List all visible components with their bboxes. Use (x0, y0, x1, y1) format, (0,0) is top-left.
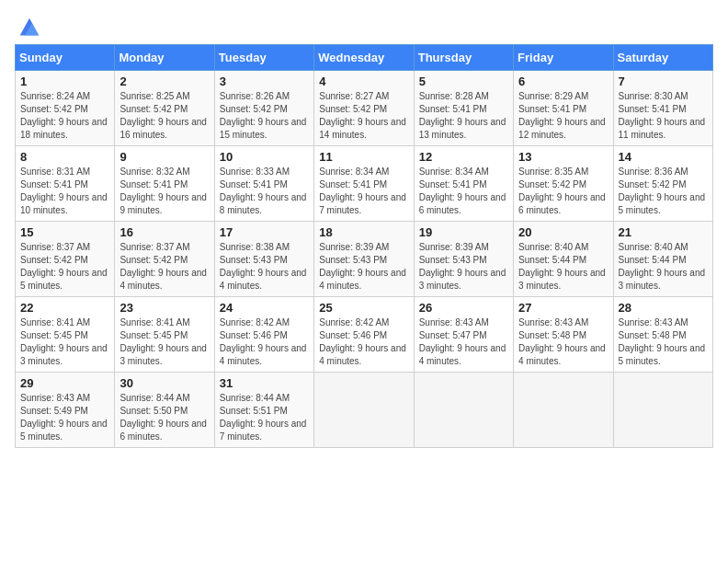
calendar-cell: 23 Sunrise: 8:41 AM Sunset: 5:45 PM Dayl… (115, 297, 214, 373)
calendar-cell: 5 Sunrise: 8:28 AM Sunset: 5:41 PM Dayli… (414, 71, 513, 146)
cell-info: Sunrise: 8:37 AM Sunset: 5:42 PM Dayligh… (119, 241, 209, 293)
cell-info: Sunrise: 8:44 AM Sunset: 5:50 PM Dayligh… (119, 392, 209, 443)
calendar-cell: 31 Sunrise: 8:44 AM Sunset: 5:51 PM Dayl… (214, 373, 313, 448)
calendar-cell: 13 Sunrise: 8:35 AM Sunset: 5:42 PM Dayl… (514, 146, 613, 222)
day-number: 14 (619, 150, 708, 164)
cell-info: Sunrise: 8:34 AM Sunset: 5:41 PM Dayligh… (419, 166, 508, 217)
day-number: 18 (319, 225, 408, 239)
cell-info: Sunrise: 8:44 AM Sunset: 5:51 PM Dayligh… (220, 392, 309, 443)
day-number: 9 (119, 150, 209, 164)
cell-info: Sunrise: 8:24 AM Sunset: 5:42 PM Dayligh… (20, 90, 109, 142)
cell-info: Sunrise: 8:34 AM Sunset: 5:41 PM Dayligh… (319, 166, 408, 217)
day-number: 29 (20, 376, 109, 390)
cell-info: Sunrise: 8:25 AM Sunset: 5:42 PM Dayligh… (119, 90, 209, 142)
calendar-cell: 22 Sunrise: 8:41 AM Sunset: 5:45 PM Dayl… (16, 297, 115, 373)
day-number: 8 (20, 150, 109, 164)
cell-info: Sunrise: 8:29 AM Sunset: 5:41 PM Dayligh… (518, 90, 608, 142)
cell-info: Sunrise: 8:41 AM Sunset: 5:45 PM Dayligh… (20, 316, 109, 368)
calendar-cell: 12 Sunrise: 8:34 AM Sunset: 5:41 PM Dayl… (414, 146, 513, 222)
cell-info: Sunrise: 8:40 AM Sunset: 5:44 PM Dayligh… (619, 241, 708, 293)
calendar-cell: 29 Sunrise: 8:43 AM Sunset: 5:49 PM Dayl… (16, 373, 115, 448)
calendar-cell: 28 Sunrise: 8:43 AM Sunset: 5:48 PM Dayl… (613, 297, 712, 373)
cell-info: Sunrise: 8:32 AM Sunset: 5:41 PM Dayligh… (119, 166, 209, 217)
calendar-cell: 15 Sunrise: 8:37 AM Sunset: 5:42 PM Dayl… (16, 222, 115, 297)
calendar-cell: 3 Sunrise: 8:26 AM Sunset: 5:42 PM Dayli… (214, 71, 313, 146)
weekday-header-tuesday: Tuesday (214, 45, 313, 71)
calendar-cell (514, 373, 613, 448)
day-number: 5 (419, 75, 508, 88)
cell-info: Sunrise: 8:43 AM Sunset: 5:49 PM Dayligh… (20, 392, 109, 443)
day-number: 31 (220, 376, 309, 390)
week-row-1: 1 Sunrise: 8:24 AM Sunset: 5:42 PM Dayli… (16, 71, 713, 146)
weekday-header-friday: Friday (514, 45, 613, 71)
week-row-2: 8 Sunrise: 8:31 AM Sunset: 5:41 PM Dayli… (16, 146, 713, 222)
cell-info: Sunrise: 8:40 AM Sunset: 5:44 PM Dayligh… (518, 241, 608, 293)
day-number: 25 (319, 301, 408, 315)
calendar-cell: 26 Sunrise: 8:43 AM Sunset: 5:47 PM Dayl… (414, 297, 513, 373)
weekday-header-row: SundayMondayTuesdayWednesdayThursdayFrid… (16, 45, 713, 71)
calendar-cell: 16 Sunrise: 8:37 AM Sunset: 5:42 PM Dayl… (115, 222, 214, 297)
cell-info: Sunrise: 8:43 AM Sunset: 5:48 PM Dayligh… (619, 316, 708, 368)
calendar-cell: 25 Sunrise: 8:42 AM Sunset: 5:46 PM Dayl… (314, 297, 414, 373)
calendar-cell: 14 Sunrise: 8:36 AM Sunset: 5:42 PM Dayl… (613, 146, 712, 222)
calendar-cell: 7 Sunrise: 8:30 AM Sunset: 5:41 PM Dayli… (613, 71, 712, 146)
calendar-cell: 21 Sunrise: 8:40 AM Sunset: 5:44 PM Dayl… (613, 222, 712, 297)
cell-info: Sunrise: 8:42 AM Sunset: 5:46 PM Dayligh… (319, 316, 408, 368)
weekday-header-sunday: Sunday (16, 45, 115, 71)
calendar-table: SundayMondayTuesdayWednesdayThursdayFrid… (15, 44, 713, 448)
week-row-4: 22 Sunrise: 8:41 AM Sunset: 5:45 PM Dayl… (16, 297, 713, 373)
day-number: 27 (518, 301, 608, 315)
day-number: 11 (319, 150, 408, 164)
cell-info: Sunrise: 8:39 AM Sunset: 5:43 PM Dayligh… (319, 241, 408, 293)
cell-info: Sunrise: 8:41 AM Sunset: 5:45 PM Dayligh… (119, 316, 209, 368)
day-number: 3 (220, 75, 309, 88)
day-number: 16 (119, 225, 209, 239)
calendar-cell: 6 Sunrise: 8:29 AM Sunset: 5:41 PM Dayli… (514, 71, 613, 146)
day-number: 6 (518, 75, 608, 88)
cell-info: Sunrise: 8:43 AM Sunset: 5:47 PM Dayligh… (419, 316, 508, 368)
calendar-cell: 24 Sunrise: 8:42 AM Sunset: 5:46 PM Dayl… (214, 297, 313, 373)
day-number: 21 (619, 225, 708, 239)
calendar-cell: 17 Sunrise: 8:38 AM Sunset: 5:43 PM Dayl… (214, 222, 313, 297)
cell-info: Sunrise: 8:36 AM Sunset: 5:42 PM Dayligh… (619, 166, 708, 217)
logo-icon (17, 15, 42, 40)
cell-info: Sunrise: 8:39 AM Sunset: 5:43 PM Dayligh… (419, 241, 508, 293)
day-number: 22 (20, 301, 109, 315)
day-number: 7 (619, 75, 708, 88)
calendar-cell (414, 373, 513, 448)
day-number: 26 (419, 301, 508, 315)
day-number: 28 (619, 301, 708, 315)
day-number: 10 (220, 150, 309, 164)
calendar-cell: 4 Sunrise: 8:27 AM Sunset: 5:42 PM Dayli… (314, 71, 414, 146)
day-number: 19 (419, 225, 508, 239)
weekday-header-saturday: Saturday (613, 45, 712, 71)
calendar-cell: 10 Sunrise: 8:33 AM Sunset: 5:41 PM Dayl… (214, 146, 313, 222)
calendar-cell: 30 Sunrise: 8:44 AM Sunset: 5:50 PM Dayl… (115, 373, 214, 448)
weekday-header-wednesday: Wednesday (314, 45, 414, 71)
day-number: 4 (319, 75, 408, 88)
day-number: 12 (419, 150, 508, 164)
cell-info: Sunrise: 8:37 AM Sunset: 5:42 PM Dayligh… (20, 241, 109, 293)
cell-info: Sunrise: 8:33 AM Sunset: 5:41 PM Dayligh… (220, 166, 309, 217)
cell-info: Sunrise: 8:26 AM Sunset: 5:42 PM Dayligh… (220, 90, 309, 142)
day-number: 20 (518, 225, 608, 239)
day-number: 30 (119, 376, 209, 390)
calendar-cell: 18 Sunrise: 8:39 AM Sunset: 5:43 PM Dayl… (314, 222, 414, 297)
day-number: 13 (518, 150, 608, 164)
calendar-cell: 2 Sunrise: 8:25 AM Sunset: 5:42 PM Dayli… (115, 71, 214, 146)
calendar-cell (314, 373, 414, 448)
day-number: 2 (119, 75, 209, 88)
day-number: 15 (20, 225, 109, 239)
calendar-cell: 20 Sunrise: 8:40 AM Sunset: 5:44 PM Dayl… (514, 222, 613, 297)
cell-info: Sunrise: 8:30 AM Sunset: 5:41 PM Dayligh… (619, 90, 708, 142)
calendar-cell: 8 Sunrise: 8:31 AM Sunset: 5:41 PM Dayli… (16, 146, 115, 222)
day-number: 23 (119, 301, 209, 315)
day-number: 1 (20, 75, 109, 88)
day-number: 24 (220, 301, 309, 315)
calendar-cell: 1 Sunrise: 8:24 AM Sunset: 5:42 PM Dayli… (16, 71, 115, 146)
logo (15, 15, 42, 37)
page-header (15, 15, 713, 37)
week-row-5: 29 Sunrise: 8:43 AM Sunset: 5:49 PM Dayl… (16, 373, 713, 448)
cell-info: Sunrise: 8:43 AM Sunset: 5:48 PM Dayligh… (518, 316, 608, 368)
day-number: 17 (220, 225, 309, 239)
